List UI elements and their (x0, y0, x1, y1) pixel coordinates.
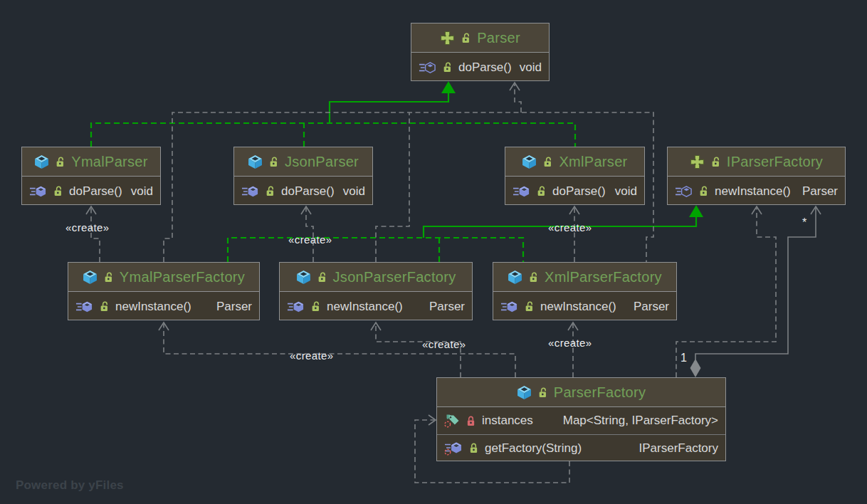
member-type: void (615, 184, 637, 199)
class-node-xmlparser[interactable]: XmlParser doParse() void (505, 147, 645, 205)
realization-edge-parsers-solid (330, 93, 448, 123)
open-lock-icon (317, 272, 327, 283)
closed-lock-icon (466, 416, 475, 426)
class-name: YmalParser (71, 154, 147, 170)
open-lock-icon (699, 186, 708, 196)
member-name: newInstance() (715, 184, 791, 199)
member-row[interactable]: doParse() void (411, 53, 549, 82)
member-row[interactable]: doParse() void (22, 177, 160, 206)
class-icon (522, 154, 537, 169)
open-lock-icon (461, 33, 471, 43)
class-icon (34, 154, 49, 169)
create-edge-parserfactory-to-ymalparserfactory (164, 324, 515, 377)
member-name: newInstance() (327, 300, 403, 314)
member-type: IParserFactory (639, 441, 718, 456)
class-header[interactable]: XmlParserFactory (493, 263, 676, 292)
static-field-icon (444, 414, 460, 428)
open-lock-icon (266, 186, 275, 196)
member-name: doParse() (281, 184, 335, 199)
member-row[interactable]: newInstance() Parser (68, 292, 259, 321)
class-header[interactable]: JsonParser (234, 147, 372, 177)
class-name: IParserFactory (727, 154, 823, 170)
member-type: void (131, 184, 153, 199)
create-label: «create» (290, 350, 334, 362)
member-row[interactable]: newInstance() Parser (493, 292, 676, 321)
method-icon (287, 300, 305, 313)
member-row[interactable]: instances Map<String, IParserFactory> (437, 407, 725, 434)
member-row[interactable]: getFactory(String) IParserFactory (437, 434, 725, 461)
class-name: JsonParserFactory (333, 269, 456, 285)
class-header[interactable]: JsonParserFactory (280, 263, 472, 292)
member-name: getFactory(String) (485, 441, 582, 456)
class-node-parserfactory[interactable]: ParserFactory instances Map<String, IPar… (436, 377, 726, 461)
class-name: XmlParserFactory (545, 269, 662, 285)
open-lock-icon (269, 157, 278, 167)
member-type: Parser (216, 300, 252, 314)
class-name: XmlParser (559, 154, 627, 170)
open-lock-icon (538, 387, 547, 398)
class-node-iparserfactory[interactable]: IParserFactory newInstance() Parser (667, 147, 846, 205)
class-node-xmlparserfactory[interactable]: XmlParserFactory newInstance() Parser (493, 262, 677, 320)
member-name: newInstance() (540, 300, 616, 314)
class-icon (248, 154, 263, 169)
open-lock-icon (543, 157, 552, 167)
open-lock-icon (711, 157, 720, 167)
method-icon (513, 185, 530, 198)
member-type: Map<String, IParserFactory> (563, 414, 718, 428)
create-label: «create» (65, 221, 110, 233)
abstract-method-icon (675, 185, 693, 198)
member-name: doParse() (69, 184, 122, 199)
class-node-jsonparser[interactable]: JsonParser doParse() void (233, 147, 373, 205)
class-name: JsonParser (285, 154, 359, 170)
member-name: doParse() (552, 184, 606, 199)
uml-diagram-canvas: { "diagram": { "watermark": "Powered by … (0, 0, 867, 504)
create-label: «create» (548, 337, 592, 349)
open-lock-icon (104, 272, 113, 283)
realization-arrowhead-parser (441, 81, 456, 93)
member-type: void (520, 61, 542, 75)
open-lock-icon (100, 301, 109, 312)
method-icon (241, 185, 259, 198)
create-edge-parserfactory-to-jsonparserfactory (376, 324, 461, 377)
class-icon (517, 385, 532, 400)
open-lock-icon (529, 272, 538, 283)
class-header[interactable]: IParserFactory (668, 147, 845, 177)
member-row[interactable]: doParse() void (234, 177, 372, 206)
class-name: ParserFactory (554, 384, 646, 401)
class-node-ymalparserfactory[interactable]: YmalParserFactory newInstance() Parser (68, 262, 260, 320)
method-icon (29, 185, 47, 198)
class-header[interactable]: ParserFactory (437, 378, 725, 407)
class-header[interactable]: Parser (411, 23, 549, 53)
yfiles-watermark: Powered by yFiles (16, 478, 124, 493)
method-icon (75, 300, 93, 313)
static-method-icon (444, 441, 463, 456)
class-icon (296, 270, 311, 285)
class-node-parser[interactable]: Parser doParse() void (411, 23, 550, 81)
aggregation-edge-parserfactory-iparserfactory (695, 208, 816, 359)
create-edge-jsonparserfactory-branch (376, 112, 409, 262)
class-node-ymalparser[interactable]: YmalParser doParse() void (21, 147, 161, 205)
member-row[interactable]: newInstance() Parser (280, 292, 472, 321)
class-header[interactable]: XmlParser (505, 147, 644, 177)
member-type: Parser (634, 300, 669, 314)
interface-icon (440, 31, 455, 46)
create-edge-ymalparserfactory-to-ymalparser (91, 208, 100, 262)
class-header[interactable]: YmalParser (22, 147, 160, 177)
member-row[interactable]: doParse() void (505, 177, 644, 206)
class-node-jsonparserfactory[interactable]: JsonParserFactory newInstance() Parser (279, 262, 473, 320)
open-lock-icon (525, 301, 534, 312)
create-label: «create» (548, 221, 592, 233)
create-label: «create» (288, 233, 332, 246)
open-lock-icon (443, 62, 452, 73)
interface-icon (690, 154, 705, 169)
member-name: instances (482, 414, 533, 428)
class-name: YmalParserFactory (120, 269, 245, 285)
class-header[interactable]: YmalParserFactory (68, 263, 259, 292)
open-lock-icon (311, 301, 320, 312)
open-lock-icon (53, 186, 63, 196)
closed-lock-icon (469, 443, 478, 453)
member-row[interactable]: newInstance() Parser (668, 177, 845, 206)
member-type: Parser (429, 300, 465, 314)
multiplicity-one-label: 1 (681, 352, 687, 364)
class-name: Parser (477, 30, 520, 46)
